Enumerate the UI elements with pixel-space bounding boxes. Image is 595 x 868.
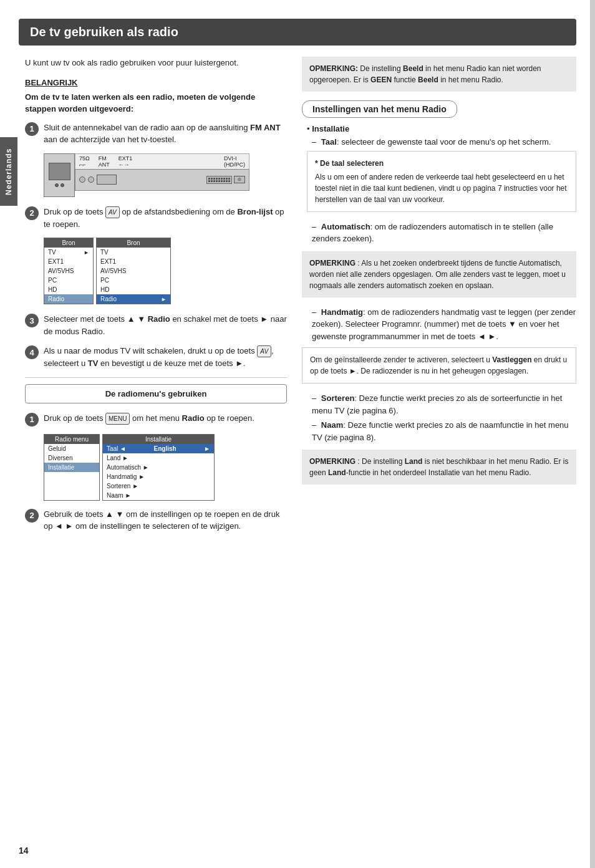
tv-screen xyxy=(49,163,70,180)
radio-step-1-text: Druk op de toets MENU om het menu Radio … xyxy=(44,412,254,425)
bron-right-tv: TV xyxy=(97,248,170,257)
taal-dash: – xyxy=(312,137,316,147)
bron-item-radio: Radio xyxy=(44,294,93,304)
step-4-num: 4 xyxy=(25,345,39,359)
bron-title-left: Bron xyxy=(44,238,93,248)
av-icon: AV xyxy=(105,206,120,218)
sorteren-dash: – xyxy=(312,393,316,403)
tv-buttons xyxy=(55,183,64,187)
automatisch-label: Automatisch xyxy=(321,222,370,231)
radio-step-1-num: 1 xyxy=(25,413,39,427)
tv-btn-1 xyxy=(55,183,59,187)
opmerking-2-label: OPMERKING xyxy=(309,259,356,268)
step-2-num: 2 xyxy=(25,206,39,220)
bron-item-avsvhs: AV/5VHS xyxy=(44,266,93,276)
radio-menu-title-right: Installatie xyxy=(103,435,214,444)
radio-item-installatie: Installatie xyxy=(44,463,99,472)
port-fm xyxy=(88,176,94,183)
port-ext1 xyxy=(97,175,117,185)
naam-dash: – xyxy=(312,420,316,430)
bron-menu-left: Bron TV ► EXT1 AV/5VHS PC HD Radio xyxy=(44,238,94,304)
radio-step-2-num: 2 xyxy=(25,509,39,523)
menu-icon: MENU xyxy=(105,413,130,425)
label-dvi: DVI-I(HD/PC) xyxy=(224,155,245,168)
label-75: 75Ω⌐⌐ xyxy=(79,155,90,168)
taal-selecteren-title: * De taal selecteren xyxy=(315,158,568,169)
radio-step-2-text: Gebruik de toets ▲ ▼ om de instellingen … xyxy=(44,508,287,533)
bron-item-pc: PC xyxy=(44,276,93,285)
right-column: OPMERKING: De instelling Beeld in het me… xyxy=(302,57,576,540)
step-4: 4 Als u naar de modus TV wilt schakelen,… xyxy=(25,345,287,370)
radio-right-handmatig: Handmatig ► xyxy=(103,472,214,481)
tv-back-view: 75Ω⌐⌐ FMANT EXT1←→ DVI-I(HD/PC) xyxy=(75,153,249,197)
radio-right-land: Land ► xyxy=(103,453,214,463)
step-3-num: 3 xyxy=(25,314,39,327)
page-number: 14 xyxy=(19,846,29,856)
bron-right-avsvhs: AV/5VHS xyxy=(97,266,170,276)
radiomenu-section-box: De radiomenu's gebruiken xyxy=(25,384,287,403)
instellingen-header: Instellingen van het menu Radio xyxy=(302,100,457,118)
radiomenu-section-title: De radiomenu's gebruiken xyxy=(33,389,279,398)
handmatig-label: Handmatig xyxy=(321,307,363,317)
left-column: U kunt uw tv ook als radio gebruiken voo… xyxy=(25,57,287,540)
taal-label: Taal xyxy=(321,137,337,147)
step-1-num: 1 xyxy=(25,122,39,136)
bron-title-right: Bron xyxy=(97,238,170,248)
opmerking-1-label: OPMERKING: xyxy=(309,64,358,73)
step-2-text: Druk op de toets AV op de afstandsbedien… xyxy=(44,206,287,231)
naam-label: Naam xyxy=(321,420,343,430)
radio-right-automatisch: Automatisch ► xyxy=(103,463,214,472)
bron-right-ext1: EXT1 xyxy=(97,257,170,266)
radio-step-1: 1 Druk op de toets MENU om het menu Radi… xyxy=(25,412,287,427)
step-1-text: Sluit de antennekabel van de radio aan o… xyxy=(44,122,287,146)
bron-right-pc: PC xyxy=(97,276,170,285)
bron-menu-diagram: Bron TV ► EXT1 AV/5VHS PC HD Radio Bron … xyxy=(44,238,231,304)
radio-item-diversen: Diversen xyxy=(44,453,99,463)
opmerking-box-2: OPMERKING : Als u het zoeken onderbreekt… xyxy=(302,251,576,297)
bron-menu-right: Bron TV EXT1 AV/5VHS PC HD Radio ► xyxy=(96,238,171,304)
vastleggen-text: Om de geïnstalleerde zender te activeren… xyxy=(310,355,567,375)
taal-selecteren-box: * De taal selecteren Als u om een of and… xyxy=(307,151,576,212)
dvi-port: ⊙ xyxy=(234,176,245,183)
radio-right-sorteren: Sorteren ► xyxy=(103,481,214,491)
connector-labels-row: 75Ω⌐⌐ FMANT EXT1←→ DVI-I(HD/PC) xyxy=(75,153,249,169)
bullet-dot: • xyxy=(307,124,312,133)
naam-sub-bullet: – Naam: Deze functie werkt precies zo al… xyxy=(312,419,576,443)
handmatig-dash: – xyxy=(312,307,316,317)
ports-row: ⊙ xyxy=(75,169,249,191)
radio-right-naam: Naam ► xyxy=(103,491,214,500)
bron-right-hd: HD xyxy=(97,285,170,294)
bron-right-radio: Radio ► xyxy=(97,294,170,304)
radio-menu-title-left: Radio menu xyxy=(44,435,99,444)
opmerking-box-3: OPMERKING : De instelling Land is niet b… xyxy=(302,450,576,485)
tv-front-panel xyxy=(44,153,75,197)
port-75 xyxy=(79,176,85,183)
belangrijk-label: BELANGRIJK xyxy=(25,78,287,87)
opmerking-3-label: OPMERKING xyxy=(309,457,356,466)
sorteren-sub-bullet: – Sorteren: Deze functie werkt precies z… xyxy=(312,392,576,417)
bron-item-ext1: EXT1 xyxy=(44,257,93,266)
right-border-decoration xyxy=(590,0,595,868)
important-text: Om de tv te laten werken als een radio, … xyxy=(25,91,287,115)
right-ports: ⊙ xyxy=(119,176,245,184)
radio-item-geluid: Geluid xyxy=(44,444,99,453)
bron-item-tv: TV ► xyxy=(44,248,93,257)
divider-1 xyxy=(25,377,287,378)
taal-sub-bullet: – Taal: selecteer de gewenste taal voor … xyxy=(312,136,576,148)
step-2: 2 Druk op de toets AV op de afstandsbedi… xyxy=(25,206,287,231)
step-3: 3 Selecteer met de toets ▲ ▼ Radio en sc… xyxy=(25,313,287,337)
page-title: De tv gebruiken als radio xyxy=(19,19,576,46)
opmerking-box-1: OPMERKING: De instelling Beeld in het me… xyxy=(302,57,576,92)
tv-connector-diagram: 75Ω⌐⌐ FMANT EXT1←→ DVI-I(HD/PC) xyxy=(44,153,287,197)
radio-menu-diagram: Radio menu Geluid Diversen Installatie I… xyxy=(44,434,231,501)
hdmi-port xyxy=(206,176,232,184)
step-4-text: Als u naar de modus TV wilt schakelen, d… xyxy=(44,345,287,370)
installatie-bullet: • Installatie xyxy=(307,124,576,133)
tv-btn-2 xyxy=(60,183,64,187)
step-3-text: Selecteer met de toets ▲ ▼ Radio en scha… xyxy=(44,313,287,337)
sorteren-label: Sorteren xyxy=(321,393,354,403)
automatisch-sub-bullet: – Automatisch: om de radiozenders automa… xyxy=(312,221,576,245)
radio-step-2: 2 Gebruik de toets ▲ ▼ om de instellinge… xyxy=(25,508,287,533)
step-1: 1 Sluit de antennekabel van de radio aan… xyxy=(25,122,287,146)
automatisch-dash: – xyxy=(312,222,316,231)
